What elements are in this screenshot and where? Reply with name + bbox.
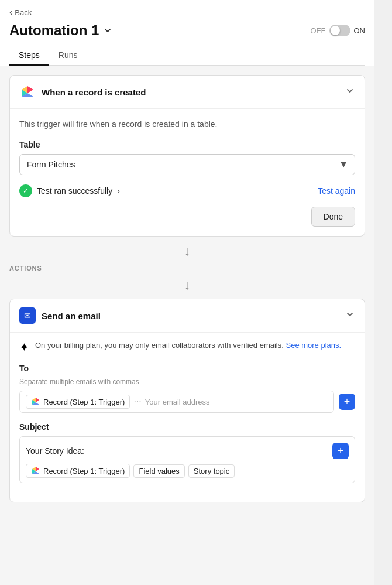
email-chevron-icon bbox=[345, 309, 355, 323]
subject-label: Subject bbox=[19, 422, 355, 432]
done-button[interactable]: Done bbox=[311, 207, 355, 227]
back-button[interactable]: Back bbox=[9, 7, 365, 18]
tabs-bar: Steps Runs bbox=[9, 46, 365, 66]
title-dropdown-icon[interactable] bbox=[102, 25, 113, 36]
email-card: ✉ Send an email ✦ On your billing plan, … bbox=[9, 299, 365, 502]
subject-chips-row: Record (Step 1: Trigger) Field values St… bbox=[26, 464, 349, 478]
tab-runs[interactable]: Runs bbox=[49, 46, 87, 66]
to-field-section: To Separate multiple emails with commas bbox=[19, 364, 355, 413]
actions-section-label: ACTIONS bbox=[9, 265, 365, 272]
email-title: Send an email bbox=[42, 311, 101, 321]
test-success-text: Test ran successfully bbox=[37, 186, 112, 196]
table-field-label: Table bbox=[19, 140, 355, 149]
test-success-status: ✓ Test ran successfully › bbox=[19, 184, 120, 197]
tab-steps[interactable]: Steps bbox=[9, 46, 49, 66]
trigger-title: When a record is created bbox=[42, 87, 146, 97]
table-select[interactable]: Form Pitches bbox=[19, 154, 355, 175]
record-chip2-label: Record (Step 1: Trigger) bbox=[43, 467, 125, 475]
record-trigger-chip-2[interactable]: Record (Step 1: Trigger) bbox=[26, 464, 130, 478]
svg-marker-8 bbox=[36, 467, 39, 471]
test-again-button[interactable]: Test again bbox=[318, 186, 355, 196]
connector-arrow-1: ↓ bbox=[9, 244, 365, 259]
svg-marker-0 bbox=[27, 86, 33, 93]
story-topic-label: Story topic bbox=[194, 467, 229, 475]
billing-notice: ✦ On your billing plan, you may only ema… bbox=[19, 340, 355, 354]
toggle-off-label: OFF bbox=[311, 26, 326, 35]
subject-box[interactable]: Your Story Idea: + bbox=[19, 436, 355, 483]
record-trigger-chip[interactable]: Record (Step 1: Trigger) bbox=[26, 395, 130, 409]
subject-text: Your Story Idea: bbox=[26, 446, 84, 456]
record-chip-label: Record (Step 1: Trigger) bbox=[43, 398, 125, 406]
record-created-icon bbox=[19, 84, 36, 100]
trigger-card-body: This trigger will fire when a record is … bbox=[10, 108, 365, 236]
email-card-header[interactable]: ✉ Send an email bbox=[10, 299, 365, 332]
field-values-label: Field values bbox=[139, 467, 179, 475]
to-add-button[interactable]: + bbox=[339, 394, 355, 410]
page-title: Automation 1 bbox=[9, 22, 99, 39]
trigger-description: This trigger will fire when a record is … bbox=[19, 118, 355, 131]
svg-marker-4 bbox=[36, 398, 39, 402]
send-email-icon: ✉ bbox=[19, 307, 36, 324]
to-token-area[interactable]: Record (Step 1: Trigger) ··· Your email … bbox=[19, 391, 334, 413]
token-separator: ··· bbox=[133, 396, 141, 407]
trigger-card: When a record is created This trigger wi… bbox=[9, 75, 365, 237]
toggle-on-label: ON bbox=[354, 26, 366, 35]
field-values-chip[interactable]: Field values bbox=[133, 464, 184, 478]
subject-add-button[interactable]: + bbox=[332, 443, 349, 459]
to-label: To bbox=[19, 364, 355, 373]
connector-arrow-2: ↓ bbox=[9, 278, 365, 293]
automation-toggle[interactable] bbox=[329, 25, 350, 36]
email-card-body: ✦ On your billing plan, you may only ema… bbox=[10, 332, 365, 502]
to-sublabel: Separate multiple emails with commas bbox=[19, 378, 355, 386]
back-label: Back bbox=[15, 8, 32, 17]
success-check-icon: ✓ bbox=[19, 184, 32, 197]
trigger-card-header[interactable]: When a record is created bbox=[10, 76, 365, 108]
email-address-placeholder: Your email address bbox=[145, 398, 210, 406]
trigger-chevron-icon bbox=[345, 85, 355, 99]
sparkle-icon: ✦ bbox=[19, 340, 29, 354]
billing-text: On your billing plan, you may only email… bbox=[35, 340, 341, 351]
see-more-plans-link[interactable]: See more plans. bbox=[286, 341, 341, 350]
subject-field-section: Subject Your Story Idea: + bbox=[19, 422, 355, 483]
story-topic-chip[interactable]: Story topic bbox=[188, 464, 235, 478]
test-chevron-right-icon: › bbox=[117, 186, 120, 196]
